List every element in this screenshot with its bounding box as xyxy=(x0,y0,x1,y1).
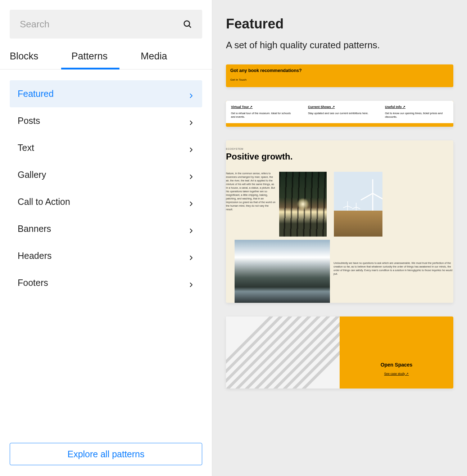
tab-blocks[interactable]: Blocks xyxy=(10,44,38,69)
pattern-preview-panel: Featured A set of high quality curated p… xyxy=(212,0,467,476)
category-item-text[interactable]: Text xyxy=(10,134,202,161)
preview-heading: Got any book recommendations? xyxy=(230,68,449,73)
pattern-preview-cta-book[interactable]: Got any book recommendations? Get In Tou… xyxy=(226,64,453,87)
svg-line-7 xyxy=(361,193,373,200)
category-item-featured[interactable]: Featured xyxy=(10,80,202,107)
pattern-category-list: FeaturedPostsTextGalleryCall to ActionBa… xyxy=(0,69,212,443)
panel-subtitle: A set of high quality curated patterns. xyxy=(226,40,453,51)
category-item-cta[interactable]: Call to Action xyxy=(10,188,202,215)
preview-column: Current ShowsStay updated and see our cu… xyxy=(308,105,371,119)
panel-title: Featured xyxy=(226,16,453,32)
category-label: Gallery xyxy=(18,170,46,180)
tab-patterns[interactable]: Patterns xyxy=(72,44,108,69)
preview-column-text: Stay updated and see our current exhibit… xyxy=(308,112,371,115)
category-label: Banners xyxy=(18,224,51,234)
svg-line-10 xyxy=(348,206,352,208)
preview-paragraph: Undoubtedly we have no questions to ask … xyxy=(334,240,453,276)
preview-column-text: Get to know our opening times, ticket pr… xyxy=(385,112,448,119)
search-input[interactable] xyxy=(20,19,183,30)
inserter-tabs: Blocks Patterns Media xyxy=(0,44,212,69)
preview-heading: Positive growth. xyxy=(226,152,453,162)
category-label: Headers xyxy=(18,251,52,261)
category-label: Featured xyxy=(18,89,54,99)
category-item-banners[interactable]: Banners xyxy=(10,215,202,242)
preview-heading: Open Spaces xyxy=(381,362,413,368)
chevron-right-icon xyxy=(188,172,194,178)
coast-image xyxy=(235,240,330,303)
svg-line-14 xyxy=(356,207,360,209)
chevron-right-icon xyxy=(188,145,194,151)
preview-column-heading: Useful Info xyxy=(385,105,448,109)
chevron-right-icon xyxy=(188,280,194,286)
chevron-right-icon xyxy=(188,226,194,232)
wave-image xyxy=(226,316,340,389)
svg-line-11 xyxy=(343,206,348,208)
svg-point-0 xyxy=(184,21,190,26)
preview-column: Useful InfoGet to know our opening times… xyxy=(385,105,448,119)
category-item-posts[interactable]: Posts xyxy=(10,107,202,134)
category-item-gallery[interactable]: Gallery xyxy=(10,161,202,188)
pattern-preview-three-columns[interactable]: Virtual TourGet a virtual tour of the mu… xyxy=(226,101,453,127)
svg-line-6 xyxy=(373,193,382,200)
pattern-preview-open-spaces[interactable]: Open Spaces See case study xyxy=(226,316,453,389)
chevron-right-icon xyxy=(188,118,194,124)
search-box[interactable] xyxy=(10,10,202,39)
chevron-right-icon xyxy=(188,253,194,259)
preview-column-heading: Current Shows xyxy=(308,105,371,109)
search-icon xyxy=(183,19,192,29)
category-label: Posts xyxy=(18,116,40,126)
preview-column: Virtual TourGet a virtual tour of the mu… xyxy=(231,105,294,119)
pattern-preview-ecosystem[interactable]: ECOSYSTEM Positive growth. Nature, in th… xyxy=(226,140,453,303)
tab-media[interactable]: Media xyxy=(141,44,167,69)
forest-image xyxy=(279,172,327,237)
category-label: Text xyxy=(18,143,34,153)
chevron-right-icon xyxy=(188,199,194,205)
chevron-right-icon xyxy=(188,91,194,97)
category-item-footers[interactable]: Footers xyxy=(10,269,202,296)
windmill-image xyxy=(334,172,382,237)
category-label: Call to Action xyxy=(18,197,70,207)
preview-button-label: Get In Touch xyxy=(230,78,449,81)
category-item-headers[interactable]: Headers xyxy=(10,242,202,269)
category-label: Footers xyxy=(18,278,48,288)
svg-line-15 xyxy=(352,207,356,209)
explore-all-patterns-button[interactable]: Explore all patterns xyxy=(10,443,202,465)
svg-line-1 xyxy=(189,26,191,27)
preview-paragraph: Nature, in the common sense, refers to e… xyxy=(226,172,276,237)
preview-column-heading: Virtual Tour xyxy=(231,105,294,109)
inserter-sidebar: Blocks Patterns Media FeaturedPostsTextG… xyxy=(0,0,212,476)
preview-link: See case study xyxy=(384,372,409,376)
preview-tag: ECOSYSTEM xyxy=(226,148,453,150)
preview-column-text: Get a virtual tour of the museum. Ideal … xyxy=(231,112,294,119)
